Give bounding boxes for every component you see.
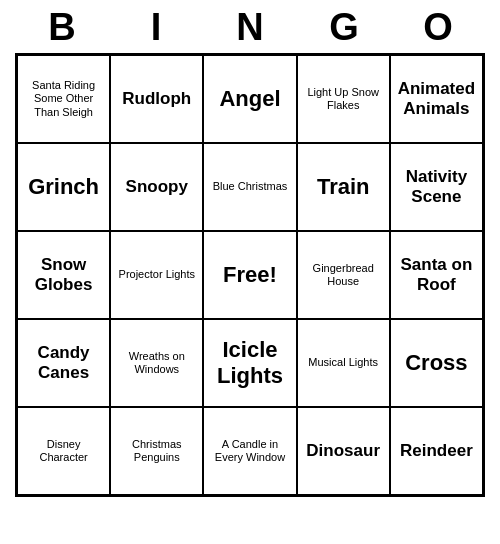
cell-r4-c2: A Candle in Every Window	[203, 407, 296, 495]
cell-r2-c4: Santa on Roof	[390, 231, 483, 319]
cell-r3-c1: Wreaths on Windows	[110, 319, 203, 407]
cell-r2-c3: Gingerbread House	[297, 231, 390, 319]
cell-r1-c1: Snoopy	[110, 143, 203, 231]
cell-r3-c3: Musical Lights	[297, 319, 390, 407]
cell-r0-c4: Animated Animals	[390, 55, 483, 143]
cell-r2-c2: Free!	[203, 231, 296, 319]
cell-r3-c4: Cross	[390, 319, 483, 407]
letter-g: G	[304, 6, 384, 49]
cell-r1-c2: Blue Christmas	[203, 143, 296, 231]
bingo-grid: Santa Riding Some Other Than SleighRudlo…	[15, 53, 485, 497]
cell-r0-c2: Angel	[203, 55, 296, 143]
letter-b: B	[22, 6, 102, 49]
cell-r2-c0: Snow Globes	[17, 231, 110, 319]
letter-i: I	[116, 6, 196, 49]
cell-r4-c3: Dinosaur	[297, 407, 390, 495]
cell-r3-c0: Candy Canes	[17, 319, 110, 407]
cell-r1-c0: Grinch	[17, 143, 110, 231]
cell-r0-c3: Light Up Snow Flakes	[297, 55, 390, 143]
bingo-title: B I N G O	[15, 0, 485, 53]
cell-r4-c0: Disney Character	[17, 407, 110, 495]
cell-r1-c3: Train	[297, 143, 390, 231]
letter-n: N	[210, 6, 290, 49]
cell-r3-c2: Icicle Lights	[203, 319, 296, 407]
cell-r4-c1: Christmas Penguins	[110, 407, 203, 495]
cell-r4-c4: Reindeer	[390, 407, 483, 495]
letter-o: O	[398, 6, 478, 49]
cell-r1-c4: Nativity Scene	[390, 143, 483, 231]
cell-r0-c1: Rudloph	[110, 55, 203, 143]
cell-r0-c0: Santa Riding Some Other Than Sleigh	[17, 55, 110, 143]
cell-r2-c1: Projector Lights	[110, 231, 203, 319]
